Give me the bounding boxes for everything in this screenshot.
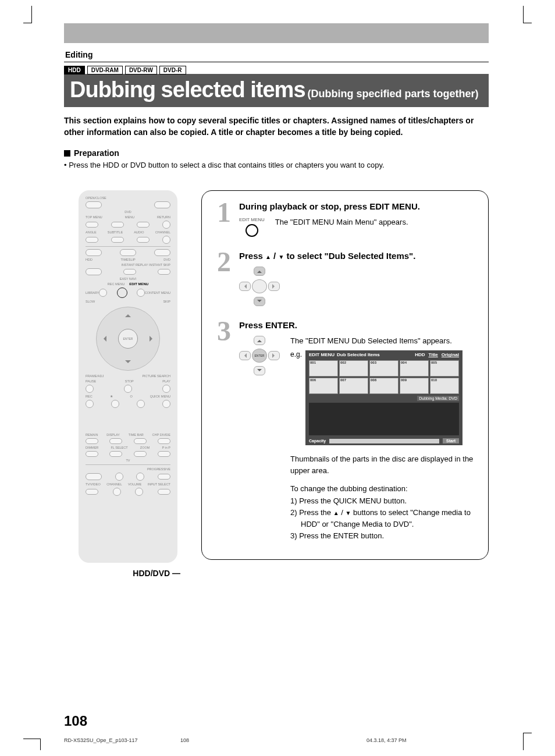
crop-mark [23, 739, 41, 750]
preparation-label: Preparation [74, 148, 119, 158]
steps-box: 1 During playback or stop, press EDIT ME… [201, 190, 489, 559]
preparation-text: • Press the HDD or DVD button to select … [64, 160, 489, 171]
screen-mode: Dub Selected Items [337, 352, 380, 357]
disc-badges: HDD DVD-RAM DVD-RW DVD-R [64, 66, 489, 74]
crop-mark [523, 733, 532, 750]
step-3-notes: Thumbnails of the parts in the disc are … [290, 453, 478, 542]
example-screen: EDIT MENU Dub Selected Items HDD Title O… [305, 350, 462, 445]
example-label: e.g. [290, 350, 302, 359]
badge-dvdr: DVD-R [159, 66, 186, 74]
remote-illustration: OPEN/CLOSE DVD TOP MENUMENURETURN ANGLES… [79, 190, 177, 563]
section-underline [64, 62, 489, 62]
dpad-enter-icon: ENTER [239, 336, 280, 375]
thumbnail-grid: 001 002 003 004 005 006 007 008 009 [305, 359, 462, 395]
square-bullet-icon [64, 150, 70, 157]
step-number: 1 [212, 201, 231, 237]
title-bar: Dubbing selected items (Dubbing specifie… [64, 74, 489, 107]
page-number: 108 [64, 713, 87, 729]
badge-dvdrw: DVD-RW [125, 66, 157, 74]
page-content: Editing HDD DVD-RAM DVD-RW DVD-R Dubbing… [64, 23, 489, 578]
title-main: Dubbing selected items [70, 77, 305, 102]
footer-page: 108 [180, 737, 367, 743]
preparation-heading: Preparation [64, 148, 489, 158]
intro-text: This section explains how to copy severa… [64, 115, 489, 138]
section-label: Editing [64, 50, 489, 59]
desc-change-dest: To change the dubbing destination: [290, 483, 478, 495]
edit-menu-button-icon: EDIT MENU [239, 217, 265, 237]
step-1-title: During playback or stop, press EDIT MENU… [239, 201, 478, 211]
footer-date: 04.3.18, 4:37 PM [367, 737, 407, 743]
crop-mark [523, 6, 532, 23]
step-2-title: Press / to select "Dub Selected Items". [239, 251, 478, 261]
capacity-bar [329, 439, 439, 443]
step-3-title: Press ENTER. [239, 320, 478, 330]
step-2: 2 Press / to select "Dub Selected Items"… [212, 251, 478, 306]
footer: RD-XS32SU_Ope_E_p103-117 108 04.3.18, 4:… [64, 737, 491, 743]
badge-dvdram: DVD-RAM [87, 66, 123, 74]
triangle-down-icon [278, 251, 284, 261]
step-1: 1 During playback or stop, press EDIT ME… [212, 201, 478, 237]
dpad-updown-icon [239, 267, 280, 306]
capacity-label: Capacity [309, 439, 326, 443]
title-sub: (Dubbing specified parts together) [307, 88, 478, 100]
remote-column: OPEN/CLOSE DVD TOP MENUMENURETURN ANGLES… [64, 190, 192, 578]
step-3-text: The "EDIT MENU Dub Selected Items" appea… [290, 336, 478, 347]
desc-thumbnails: Thumbnails of the parts in the disc are … [290, 453, 478, 476]
substep-1: 1) Press the QUICK MENU button. [290, 495, 478, 507]
hdd-dvd-callout-label: HDD/DVD — [64, 569, 192, 578]
substep-3: 3) Press the ENTER button. [290, 530, 478, 542]
tab-title: Title [428, 352, 437, 357]
dpad-icon: ENTER [96, 307, 160, 371]
footer-file: RD-XS32SU_Ope_E_p103-117 [64, 737, 180, 743]
badge-hdd: HDD [64, 66, 85, 74]
triangle-up-icon [265, 251, 271, 261]
edit-menu-label: EDIT MENU [129, 282, 148, 286]
start-button: Start [443, 438, 459, 443]
triangle-down-icon [345, 508, 351, 517]
step-3: 3 Press ENTER. ENTER The "EDIT MENU Dub … [212, 320, 478, 541]
triangle-up-icon [333, 508, 339, 517]
screen-brand: EDIT MENU [309, 352, 335, 357]
crop-mark [23, 6, 32, 23]
screen-source: HDD [415, 352, 425, 357]
dubbing-media-label: Dubbing Media: DVD [417, 396, 459, 401]
edit-menu-button-icon [117, 288, 127, 298]
substep-2: 2) Press the / buttons to select "Change… [290, 507, 478, 530]
grey-header-bar [64, 23, 489, 43]
tab-original: Original [442, 352, 459, 357]
screen-lower-area [309, 403, 459, 435]
step-number: 3 [212, 320, 231, 541]
step-number: 2 [212, 251, 231, 306]
step-1-text: The "EDIT MENU Main Menu" appears. [275, 217, 408, 228]
